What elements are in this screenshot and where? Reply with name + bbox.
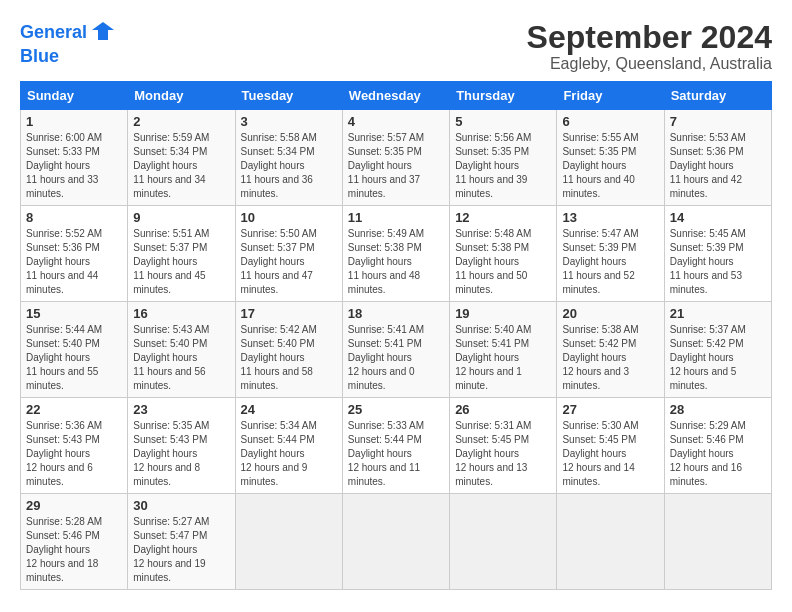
- calendar-day-header: Tuesday: [235, 82, 342, 110]
- calendar-day-cell: [664, 494, 771, 590]
- calendar-week-row: 15Sunrise: 5:44 AMSunset: 5:40 PMDayligh…: [21, 302, 772, 398]
- day-info: Sunrise: 5:38 AMSunset: 5:42 PMDaylight …: [562, 323, 658, 393]
- day-info: Sunrise: 5:35 AMSunset: 5:43 PMDaylight …: [133, 419, 229, 489]
- day-number: 15: [26, 306, 122, 321]
- day-number: 11: [348, 210, 444, 225]
- day-number: 8: [26, 210, 122, 225]
- calendar-day-cell: 21Sunrise: 5:37 AMSunset: 5:42 PMDayligh…: [664, 302, 771, 398]
- day-info: Sunrise: 5:37 AMSunset: 5:42 PMDaylight …: [670, 323, 766, 393]
- page-header: General Blue September 2024 Eagleby, Que…: [20, 20, 772, 73]
- day-number: 5: [455, 114, 551, 129]
- calendar-day-cell: 29Sunrise: 5:28 AMSunset: 5:46 PMDayligh…: [21, 494, 128, 590]
- calendar-table: SundayMondayTuesdayWednesdayThursdayFrid…: [20, 81, 772, 590]
- day-number: 27: [562, 402, 658, 417]
- day-info: Sunrise: 5:49 AMSunset: 5:38 PMDaylight …: [348, 227, 444, 297]
- calendar-day-cell: 2Sunrise: 5:59 AMSunset: 5:34 PMDaylight…: [128, 110, 235, 206]
- calendar-day-cell: [342, 494, 449, 590]
- day-info: Sunrise: 5:52 AMSunset: 5:36 PMDaylight …: [26, 227, 122, 297]
- day-number: 10: [241, 210, 337, 225]
- calendar-day-cell: 1Sunrise: 6:00 AMSunset: 5:33 PMDaylight…: [21, 110, 128, 206]
- calendar-day-cell: 9Sunrise: 5:51 AMSunset: 5:37 PMDaylight…: [128, 206, 235, 302]
- calendar-day-cell: 15Sunrise: 5:44 AMSunset: 5:40 PMDayligh…: [21, 302, 128, 398]
- calendar-day-cell: 22Sunrise: 5:36 AMSunset: 5:43 PMDayligh…: [21, 398, 128, 494]
- page-title: September 2024: [527, 20, 772, 55]
- day-number: 14: [670, 210, 766, 225]
- svg-marker-0: [92, 22, 114, 40]
- day-info: Sunrise: 5:33 AMSunset: 5:44 PMDaylight …: [348, 419, 444, 489]
- calendar-day-cell: [235, 494, 342, 590]
- calendar-day-cell: 27Sunrise: 5:30 AMSunset: 5:45 PMDayligh…: [557, 398, 664, 494]
- day-info: Sunrise: 5:30 AMSunset: 5:45 PMDaylight …: [562, 419, 658, 489]
- day-number: 9: [133, 210, 229, 225]
- day-number: 13: [562, 210, 658, 225]
- calendar-day-cell: 7Sunrise: 5:53 AMSunset: 5:36 PMDaylight…: [664, 110, 771, 206]
- calendar-day-cell: 18Sunrise: 5:41 AMSunset: 5:41 PMDayligh…: [342, 302, 449, 398]
- day-info: Sunrise: 5:27 AMSunset: 5:47 PMDaylight …: [133, 515, 229, 585]
- calendar-day-cell: 14Sunrise: 5:45 AMSunset: 5:39 PMDayligh…: [664, 206, 771, 302]
- calendar-header-row: SundayMondayTuesdayWednesdayThursdayFrid…: [21, 82, 772, 110]
- calendar-week-row: 22Sunrise: 5:36 AMSunset: 5:43 PMDayligh…: [21, 398, 772, 494]
- calendar-day-header: Wednesday: [342, 82, 449, 110]
- day-number: 26: [455, 402, 551, 417]
- calendar-day-cell: 23Sunrise: 5:35 AMSunset: 5:43 PMDayligh…: [128, 398, 235, 494]
- day-info: Sunrise: 5:53 AMSunset: 5:36 PMDaylight …: [670, 131, 766, 201]
- day-info: Sunrise: 5:29 AMSunset: 5:46 PMDaylight …: [670, 419, 766, 489]
- day-number: 2: [133, 114, 229, 129]
- logo-text-blue: Blue: [20, 47, 114, 67]
- day-number: 1: [26, 114, 122, 129]
- day-number: 20: [562, 306, 658, 321]
- day-info: Sunrise: 5:51 AMSunset: 5:37 PMDaylight …: [133, 227, 229, 297]
- calendar-day-cell: 6Sunrise: 5:55 AMSunset: 5:35 PMDaylight…: [557, 110, 664, 206]
- calendar-day-cell: 5Sunrise: 5:56 AMSunset: 5:35 PMDaylight…: [450, 110, 557, 206]
- day-info: Sunrise: 6:00 AMSunset: 5:33 PMDaylight …: [26, 131, 122, 201]
- day-number: 23: [133, 402, 229, 417]
- calendar-day-cell: 4Sunrise: 5:57 AMSunset: 5:35 PMDaylight…: [342, 110, 449, 206]
- day-number: 6: [562, 114, 658, 129]
- calendar-day-cell: 16Sunrise: 5:43 AMSunset: 5:40 PMDayligh…: [128, 302, 235, 398]
- day-info: Sunrise: 5:31 AMSunset: 5:45 PMDaylight …: [455, 419, 551, 489]
- day-info: Sunrise: 5:45 AMSunset: 5:39 PMDaylight …: [670, 227, 766, 297]
- calendar-day-cell: [450, 494, 557, 590]
- calendar-day-cell: 24Sunrise: 5:34 AMSunset: 5:44 PMDayligh…: [235, 398, 342, 494]
- calendar-day-cell: 20Sunrise: 5:38 AMSunset: 5:42 PMDayligh…: [557, 302, 664, 398]
- calendar-day-header: Sunday: [21, 82, 128, 110]
- day-info: Sunrise: 5:36 AMSunset: 5:43 PMDaylight …: [26, 419, 122, 489]
- calendar-day-cell: 28Sunrise: 5:29 AMSunset: 5:46 PMDayligh…: [664, 398, 771, 494]
- day-number: 24: [241, 402, 337, 417]
- calendar-day-header: Friday: [557, 82, 664, 110]
- day-info: Sunrise: 5:50 AMSunset: 5:37 PMDaylight …: [241, 227, 337, 297]
- day-number: 22: [26, 402, 122, 417]
- calendar-day-cell: 17Sunrise: 5:42 AMSunset: 5:40 PMDayligh…: [235, 302, 342, 398]
- calendar-day-header: Thursday: [450, 82, 557, 110]
- logo-text-general: General: [20, 22, 87, 42]
- day-info: Sunrise: 5:44 AMSunset: 5:40 PMDaylight …: [26, 323, 122, 393]
- calendar-day-cell: 12Sunrise: 5:48 AMSunset: 5:38 PMDayligh…: [450, 206, 557, 302]
- day-info: Sunrise: 5:28 AMSunset: 5:46 PMDaylight …: [26, 515, 122, 585]
- day-number: 3: [241, 114, 337, 129]
- day-number: 28: [670, 402, 766, 417]
- day-number: 7: [670, 114, 766, 129]
- day-number: 12: [455, 210, 551, 225]
- calendar-day-cell: 8Sunrise: 5:52 AMSunset: 5:36 PMDaylight…: [21, 206, 128, 302]
- calendar-day-header: Monday: [128, 82, 235, 110]
- day-info: Sunrise: 5:58 AMSunset: 5:34 PMDaylight …: [241, 131, 337, 201]
- calendar-week-row: 1Sunrise: 6:00 AMSunset: 5:33 PMDaylight…: [21, 110, 772, 206]
- calendar-day-cell: 25Sunrise: 5:33 AMSunset: 5:44 PMDayligh…: [342, 398, 449, 494]
- day-info: Sunrise: 5:57 AMSunset: 5:35 PMDaylight …: [348, 131, 444, 201]
- day-info: Sunrise: 5:43 AMSunset: 5:40 PMDaylight …: [133, 323, 229, 393]
- calendar-day-cell: 10Sunrise: 5:50 AMSunset: 5:37 PMDayligh…: [235, 206, 342, 302]
- day-info: Sunrise: 5:56 AMSunset: 5:35 PMDaylight …: [455, 131, 551, 201]
- day-number: 4: [348, 114, 444, 129]
- calendar-day-cell: 11Sunrise: 5:49 AMSunset: 5:38 PMDayligh…: [342, 206, 449, 302]
- day-number: 30: [133, 498, 229, 513]
- logo-bird-icon: [92, 20, 114, 42]
- calendar-week-row: 8Sunrise: 5:52 AMSunset: 5:36 PMDaylight…: [21, 206, 772, 302]
- day-number: 25: [348, 402, 444, 417]
- day-info: Sunrise: 5:42 AMSunset: 5:40 PMDaylight …: [241, 323, 337, 393]
- day-info: Sunrise: 5:55 AMSunset: 5:35 PMDaylight …: [562, 131, 658, 201]
- day-info: Sunrise: 5:41 AMSunset: 5:41 PMDaylight …: [348, 323, 444, 393]
- day-number: 17: [241, 306, 337, 321]
- day-number: 21: [670, 306, 766, 321]
- day-number: 16: [133, 306, 229, 321]
- day-number: 18: [348, 306, 444, 321]
